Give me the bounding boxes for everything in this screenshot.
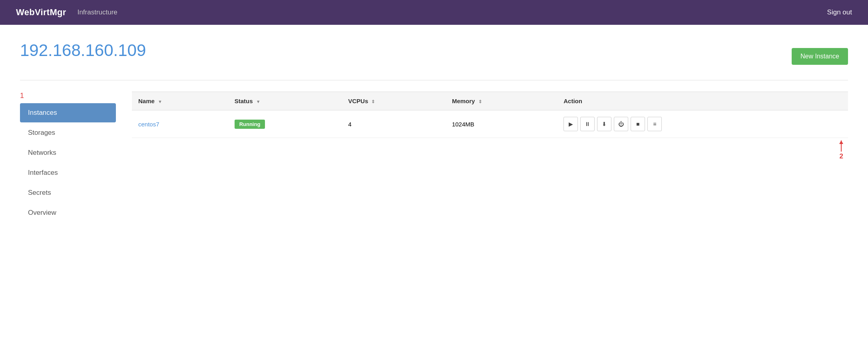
- cell-memory: 1024MB: [446, 110, 557, 138]
- download-button[interactable]: ⬇: [597, 117, 611, 131]
- col-name[interactable]: Name ▼: [132, 92, 228, 110]
- sidebar: 1 Instances Storages Networks Interfaces…: [20, 92, 116, 223]
- app-logo: WebVirtMgr: [16, 7, 66, 18]
- play-button[interactable]: ▶: [563, 117, 578, 131]
- main-content: 192.168.160.109 New Instance 1 Instances…: [0, 25, 868, 239]
- action-buttons: ▶ ⏸ ⬇ ⏻ ■ ≡: [563, 117, 842, 131]
- pause-button[interactable]: ⏸: [580, 117, 595, 131]
- sidebar-item-overview[interactable]: Overview: [20, 203, 116, 222]
- page-title: 192.168.160.109: [20, 41, 146, 60]
- col-status[interactable]: Status ▼: [228, 92, 342, 110]
- sidebar-item-instances[interactable]: Instances: [20, 103, 116, 122]
- sidebar-number: 1: [20, 92, 116, 100]
- instances-table: Name ▼ Status ▼ VCPUs ⇕ Memory: [132, 92, 848, 138]
- status-badge: Running: [235, 120, 265, 129]
- sidebar-item-storages[interactable]: Storages: [20, 123, 116, 142]
- sort-arrow-vcpus: ⇕: [371, 99, 375, 104]
- col-action: Action: [557, 92, 848, 110]
- table-row: centos7 Running 4 1024MB ▶ ⏸ ⬇: [132, 110, 848, 138]
- sidebar-item-networks[interactable]: Networks: [20, 143, 116, 162]
- sidebar-item-secrets[interactable]: Secrets: [20, 183, 116, 202]
- header-left: WebVirtMgr Infrastructure: [16, 7, 117, 18]
- col-memory[interactable]: Memory ⇕: [446, 92, 557, 110]
- header: WebVirtMgr Infrastructure Sign out: [0, 0, 868, 25]
- sort-arrow-status: ▼: [256, 99, 261, 104]
- annotation-number: 2: [840, 152, 843, 160]
- stop-button[interactable]: ■: [631, 117, 645, 131]
- annotation-2: 2: [840, 140, 843, 160]
- sidebar-item-interfaces[interactable]: Interfaces: [20, 163, 116, 182]
- header-nav-label: Infrastructure: [78, 8, 117, 16]
- instance-link[interactable]: centos7: [138, 121, 159, 128]
- table-header-row: Name ▼ Status ▼ VCPUs ⇕ Memory: [132, 92, 848, 110]
- col-vcpus[interactable]: VCPUs ⇕: [342, 92, 446, 110]
- cell-action: ▶ ⏸ ⬇ ⏻ ■ ≡: [557, 110, 848, 138]
- power-button[interactable]: ⏻: [614, 117, 628, 131]
- cell-vcpus: 4: [342, 110, 446, 138]
- divider: [20, 80, 848, 80]
- sort-arrow-name: ▼: [158, 99, 162, 104]
- content-area: 1 Instances Storages Networks Interfaces…: [20, 92, 848, 223]
- sort-arrow-memory: ⇕: [478, 99, 482, 104]
- cell-status: Running: [228, 110, 342, 138]
- sign-out-link[interactable]: Sign out: [827, 8, 852, 16]
- new-instance-button[interactable]: New Instance: [792, 48, 848, 65]
- table-area: Name ▼ Status ▼ VCPUs ⇕ Memory: [132, 92, 848, 223]
- menu-button[interactable]: ≡: [647, 117, 662, 131]
- annotation-arrowhead: [839, 140, 843, 144]
- cell-name: centos7: [132, 110, 228, 138]
- top-row: 192.168.160.109 New Instance: [20, 41, 848, 72]
- annotation-arrow-line: [841, 140, 842, 152]
